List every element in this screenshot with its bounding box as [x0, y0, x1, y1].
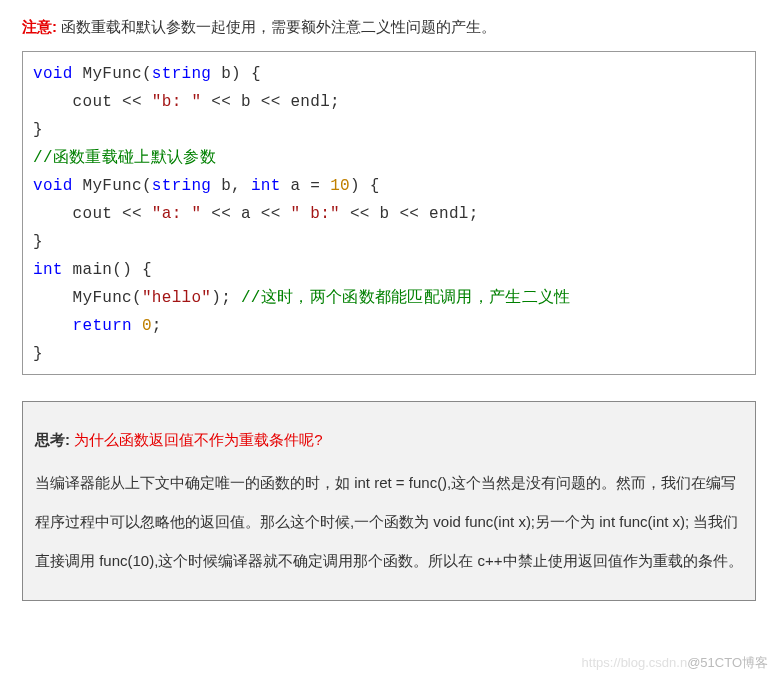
watermark-faint: https://blog.csdn.n — [582, 655, 688, 670]
think-question: 为什么函数返回值不作为重载条件呢? — [70, 431, 323, 448]
think-label: 思考: — [35, 431, 70, 448]
keyword-string: string — [152, 65, 211, 83]
think-body: 当编译器能从上下文中确定唯一的函数的时，如 int ret = func(),这… — [35, 474, 743, 569]
keyword-void: void — [33, 65, 73, 83]
notice-text: 函数重载和默认参数一起使用，需要额外注意二义性问题的产生。 — [57, 18, 496, 35]
watermark: https://blog.csdn.n@51CTO博客 — [582, 654, 768, 672]
string-literal: "b: " — [152, 93, 202, 111]
comment: //函数重载碰上默认参数 — [33, 149, 216, 167]
code-block: void MyFunc(string b) { cout << "b: " <<… — [22, 51, 756, 375]
think-heading: 思考: 为什么函数返回值不作为重载条件呢? — [35, 420, 743, 459]
notice-line: 注意: 函数重载和默认参数一起使用，需要额外注意二义性问题的产生。 — [22, 18, 756, 37]
think-box: 思考: 为什么函数返回值不作为重载条件呢? 当编译器能从上下文中确定唯一的函数的… — [22, 401, 756, 601]
notice-label: 注意: — [22, 18, 57, 35]
comment: //这时，两个函数都能匹配调用，产生二义性 — [241, 289, 571, 307]
number: 10 — [330, 177, 350, 195]
watermark-at: @51CTO博客 — [687, 655, 768, 670]
think-body-wrap: 当编译器能从上下文中确定唯一的函数的时，如 int ret = func(),这… — [35, 463, 743, 580]
func-name: MyFunc — [83, 65, 142, 83]
